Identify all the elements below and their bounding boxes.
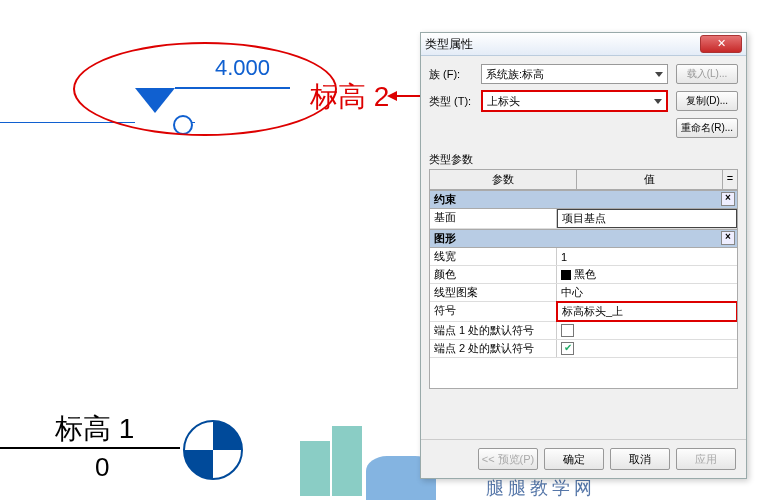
row-lineweight[interactable]: 线宽 1 xyxy=(430,248,737,266)
collapse-icon[interactable]: × xyxy=(721,231,735,245)
row-default-end2[interactable]: 端点 2 处的默认符号 ✔ xyxy=(430,340,737,358)
dialog-titlebar[interactable]: 类型属性 ✕ xyxy=(421,33,746,56)
annotation-label: 标高 2 xyxy=(310,78,389,116)
color-value-cell[interactable]: 黑色 xyxy=(557,266,737,283)
row-default-end1[interactable]: 端点 1 处的默认符号 xyxy=(430,322,737,340)
type-params-grid[interactable]: 参数 值 = 约束 × 基面 项目基点 图形 × 线宽 1 颜色 黑色 xyxy=(429,169,738,389)
collapse-icon[interactable]: × xyxy=(721,192,735,206)
grid-head-param: 参数 xyxy=(430,170,577,189)
family-label: 族 (F): xyxy=(429,67,481,82)
close-button[interactable]: ✕ xyxy=(700,35,742,53)
type-params-label: 类型参数 xyxy=(429,152,746,167)
annotation-ellipse xyxy=(73,42,337,136)
load-button[interactable]: 载入(L)... xyxy=(676,64,738,84)
row-base[interactable]: 基面 项目基点 xyxy=(430,209,737,229)
rename-button[interactable]: 重命名(R)... xyxy=(676,118,738,138)
color-swatch-icon xyxy=(561,270,571,280)
base-value-cell[interactable]: 项目基点 xyxy=(557,209,737,228)
level1-line xyxy=(0,447,180,449)
chevron-down-icon xyxy=(654,99,662,104)
grid-head-value: 值 xyxy=(577,170,724,189)
row-color[interactable]: 颜色 黑色 xyxy=(430,266,737,284)
end1-checkbox-cell[interactable] xyxy=(557,322,737,339)
cancel-button[interactable]: 取消 xyxy=(610,448,670,470)
dialog-footer: << 预览(P) 确定 取消 应用 xyxy=(421,439,746,470)
category-constraint[interactable]: 约束 × xyxy=(430,190,737,209)
category-graphics[interactable]: 图形 × xyxy=(430,229,737,248)
annotation-arrow-icon xyxy=(395,95,420,97)
apply-button[interactable]: 应用 xyxy=(676,448,736,470)
level1-marker-circle xyxy=(183,420,243,480)
type-properties-dialog: 类型属性 ✕ 族 (F): 系统族:标高 载入(L)... 类型 (T): 上标… xyxy=(420,32,747,479)
ok-button[interactable]: 确定 xyxy=(544,448,604,470)
grid-header: 参数 值 = xyxy=(430,170,737,190)
chevron-down-icon xyxy=(655,72,663,77)
checkbox-unchecked-icon[interactable] xyxy=(561,324,574,337)
end2-checkbox-cell[interactable]: ✔ xyxy=(557,340,737,357)
level1-elevation-value: 0 xyxy=(95,452,109,483)
level1-label: 标高 1 xyxy=(55,410,134,448)
family-select[interactable]: 系统族:标高 xyxy=(481,64,668,84)
type-select[interactable]: 上标头 xyxy=(481,90,668,112)
watermark-logo-icon xyxy=(300,426,436,500)
type-label: 类型 (T): xyxy=(429,94,481,109)
symbol-value-cell[interactable]: 标高标头_上 xyxy=(556,301,738,322)
preview-button[interactable]: << 预览(P) xyxy=(478,448,538,470)
copy-button[interactable]: 复制(D)... xyxy=(676,91,738,111)
type-select-value: 上标头 xyxy=(487,94,520,109)
row-linepattern[interactable]: 线型图案 中心 xyxy=(430,284,737,302)
checkbox-checked-icon[interactable]: ✔ xyxy=(561,342,574,355)
grid-head-eq: = xyxy=(723,170,737,189)
watermark-subtitle: 腿腿教学网 xyxy=(448,476,633,500)
family-select-value: 系统族:标高 xyxy=(486,67,544,82)
dialog-title: 类型属性 xyxy=(425,36,700,53)
row-symbol[interactable]: 符号 标高标头_上 xyxy=(430,302,737,322)
